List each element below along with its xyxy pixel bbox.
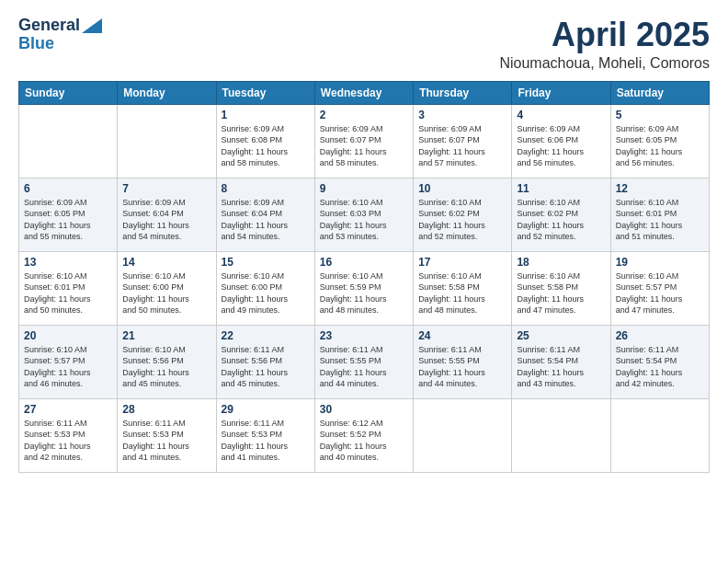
- day-info: Sunrise: 6:09 AM Sunset: 6:08 PM Dayligh…: [222, 123, 310, 169]
- day-info: Sunrise: 6:09 AM Sunset: 6:04 PM Dayligh…: [222, 197, 310, 243]
- day-info: Sunrise: 6:10 AM Sunset: 6:01 PM Dayligh…: [616, 197, 704, 243]
- calendar-cell: [118, 104, 216, 178]
- day-info: Sunrise: 6:11 AM Sunset: 5:56 PM Dayligh…: [222, 344, 310, 390]
- day-info: Sunrise: 6:10 AM Sunset: 6:00 PM Dayligh…: [222, 270, 310, 316]
- calendar-cell: 9Sunrise: 6:10 AM Sunset: 6:03 PM Daylig…: [314, 178, 413, 251]
- calendar-cell: 13Sunrise: 6:10 AM Sunset: 6:01 PM Dayli…: [19, 251, 118, 325]
- calendar-week-4: 20Sunrise: 6:10 AM Sunset: 5:57 PM Dayli…: [19, 325, 710, 398]
- day-info: Sunrise: 6:09 AM Sunset: 6:05 PM Dayligh…: [616, 123, 704, 169]
- logo: General Blue: [18, 17, 102, 53]
- day-info: Sunrise: 6:11 AM Sunset: 5:53 PM Dayligh…: [24, 418, 112, 464]
- day-info: Sunrise: 6:09 AM Sunset: 6:05 PM Dayligh…: [24, 197, 112, 243]
- logo-blue: Blue: [18, 35, 54, 53]
- calendar-cell: 5Sunrise: 6:09 AM Sunset: 6:05 PM Daylig…: [610, 104, 709, 178]
- day-number: 7: [122, 182, 210, 195]
- day-number: 30: [320, 403, 408, 416]
- day-number: 17: [418, 256, 506, 269]
- calendar-week-1: 1Sunrise: 6:09 AM Sunset: 6:08 PM Daylig…: [19, 104, 710, 178]
- day-number: 9: [320, 182, 408, 195]
- calendar-cell: [512, 398, 610, 472]
- day-info: Sunrise: 6:12 AM Sunset: 5:52 PM Dayligh…: [320, 418, 408, 464]
- header: General Blue April 2025 Nioumachoua, Moh…: [18, 17, 710, 72]
- calendar-cell: 17Sunrise: 6:10 AM Sunset: 5:58 PM Dayli…: [414, 251, 512, 325]
- day-number: 8: [222, 182, 310, 195]
- title-block: April 2025 Nioumachoua, Moheli, Comoros: [499, 17, 710, 72]
- weekday-header-saturday: Saturday: [610, 81, 709, 104]
- day-number: 27: [24, 403, 112, 416]
- calendar-week-5: 27Sunrise: 6:11 AM Sunset: 5:53 PM Dayli…: [19, 398, 710, 472]
- calendar-cell: 6Sunrise: 6:09 AM Sunset: 6:05 PM Daylig…: [19, 178, 118, 251]
- day-number: 16: [320, 256, 408, 269]
- day-number: 23: [320, 329, 408, 342]
- day-number: 1: [222, 109, 310, 121]
- location-title: Nioumachoua, Moheli, Comoros: [499, 55, 710, 72]
- month-title: April 2025: [499, 17, 710, 53]
- day-number: 29: [222, 403, 310, 416]
- day-info: Sunrise: 6:10 AM Sunset: 5:57 PM Dayligh…: [24, 344, 112, 390]
- calendar-cell: 1Sunrise: 6:09 AM Sunset: 6:08 PM Daylig…: [216, 104, 314, 178]
- calendar-cell: 27Sunrise: 6:11 AM Sunset: 5:53 PM Dayli…: [19, 398, 118, 472]
- day-info: Sunrise: 6:11 AM Sunset: 5:53 PM Dayligh…: [222, 418, 310, 464]
- day-info: Sunrise: 6:09 AM Sunset: 6:06 PM Dayligh…: [517, 123, 605, 169]
- day-info: Sunrise: 6:10 AM Sunset: 6:00 PM Dayligh…: [122, 270, 210, 316]
- calendar-week-2: 6Sunrise: 6:09 AM Sunset: 6:05 PM Daylig…: [19, 178, 710, 251]
- day-info: Sunrise: 6:10 AM Sunset: 5:56 PM Dayligh…: [122, 344, 210, 390]
- day-info: Sunrise: 6:09 AM Sunset: 6:07 PM Dayligh…: [320, 123, 408, 169]
- day-number: 25: [517, 329, 605, 342]
- calendar-cell: 4Sunrise: 6:09 AM Sunset: 6:06 PM Daylig…: [512, 104, 610, 178]
- day-number: 26: [616, 329, 704, 342]
- day-info: Sunrise: 6:11 AM Sunset: 5:55 PM Dayligh…: [418, 344, 506, 390]
- page: General Blue April 2025 Nioumachoua, Moh…: [0, 0, 728, 563]
- day-info: Sunrise: 6:10 AM Sunset: 5:58 PM Dayligh…: [517, 270, 605, 316]
- day-number: 14: [122, 256, 210, 269]
- calendar-cell: 7Sunrise: 6:09 AM Sunset: 6:04 PM Daylig…: [118, 178, 216, 251]
- calendar-cell: 20Sunrise: 6:10 AM Sunset: 5:57 PM Dayli…: [19, 325, 118, 398]
- calendar-table: SundayMondayTuesdayWednesdayThursdayFrid…: [18, 81, 710, 473]
- weekday-header-monday: Monday: [118, 81, 216, 104]
- calendar-cell: 26Sunrise: 6:11 AM Sunset: 5:54 PM Dayli…: [610, 325, 709, 398]
- weekday-header-wednesday: Wednesday: [314, 81, 413, 104]
- day-number: 6: [24, 182, 112, 195]
- calendar-cell: 3Sunrise: 6:09 AM Sunset: 6:07 PM Daylig…: [414, 104, 512, 178]
- calendar-cell: 29Sunrise: 6:11 AM Sunset: 5:53 PM Dayli…: [216, 398, 314, 472]
- day-number: 5: [616, 109, 704, 121]
- weekday-header-tuesday: Tuesday: [216, 81, 314, 104]
- day-info: Sunrise: 6:10 AM Sunset: 5:59 PM Dayligh…: [320, 270, 408, 316]
- calendar-cell: 24Sunrise: 6:11 AM Sunset: 5:55 PM Dayli…: [414, 325, 512, 398]
- day-number: 15: [222, 256, 310, 269]
- day-number: 13: [24, 256, 112, 269]
- day-info: Sunrise: 6:11 AM Sunset: 5:54 PM Dayligh…: [616, 344, 704, 390]
- day-info: Sunrise: 6:10 AM Sunset: 6:03 PM Dayligh…: [320, 197, 408, 243]
- day-info: Sunrise: 6:09 AM Sunset: 6:04 PM Dayligh…: [122, 197, 210, 243]
- logo-general: General: [18, 17, 80, 35]
- day-info: Sunrise: 6:11 AM Sunset: 5:55 PM Dayligh…: [320, 344, 408, 390]
- day-info: Sunrise: 6:11 AM Sunset: 5:53 PM Dayligh…: [122, 418, 210, 464]
- day-number: 20: [24, 329, 112, 342]
- day-number: 2: [320, 109, 408, 121]
- calendar-cell: 28Sunrise: 6:11 AM Sunset: 5:53 PM Dayli…: [118, 398, 216, 472]
- day-number: 28: [122, 403, 210, 416]
- calendar-cell: [19, 104, 118, 178]
- day-info: Sunrise: 6:10 AM Sunset: 5:57 PM Dayligh…: [616, 270, 704, 316]
- calendar-cell: 15Sunrise: 6:10 AM Sunset: 6:00 PM Dayli…: [216, 251, 314, 325]
- day-info: Sunrise: 6:11 AM Sunset: 5:54 PM Dayligh…: [517, 344, 605, 390]
- day-info: Sunrise: 6:10 AM Sunset: 6:02 PM Dayligh…: [418, 197, 506, 243]
- calendar-cell: 21Sunrise: 6:10 AM Sunset: 5:56 PM Dayli…: [118, 325, 216, 398]
- day-info: Sunrise: 6:09 AM Sunset: 6:07 PM Dayligh…: [418, 123, 506, 169]
- weekday-header-row: SundayMondayTuesdayWednesdayThursdayFrid…: [19, 81, 710, 104]
- day-number: 12: [616, 182, 704, 195]
- calendar-cell: 19Sunrise: 6:10 AM Sunset: 5:57 PM Dayli…: [610, 251, 709, 325]
- logo-icon: [82, 18, 102, 33]
- day-number: 22: [222, 329, 310, 342]
- calendar-cell: [414, 398, 512, 472]
- weekday-header-thursday: Thursday: [414, 81, 512, 104]
- weekday-header-sunday: Sunday: [19, 81, 118, 104]
- calendar-cell: 12Sunrise: 6:10 AM Sunset: 6:01 PM Dayli…: [610, 178, 709, 251]
- svg-marker-0: [82, 18, 102, 33]
- calendar-cell: 14Sunrise: 6:10 AM Sunset: 6:00 PM Dayli…: [118, 251, 216, 325]
- day-number: 24: [418, 329, 506, 342]
- day-number: 4: [517, 109, 605, 121]
- day-number: 10: [418, 182, 506, 195]
- day-number: 19: [616, 256, 704, 269]
- day-number: 18: [517, 256, 605, 269]
